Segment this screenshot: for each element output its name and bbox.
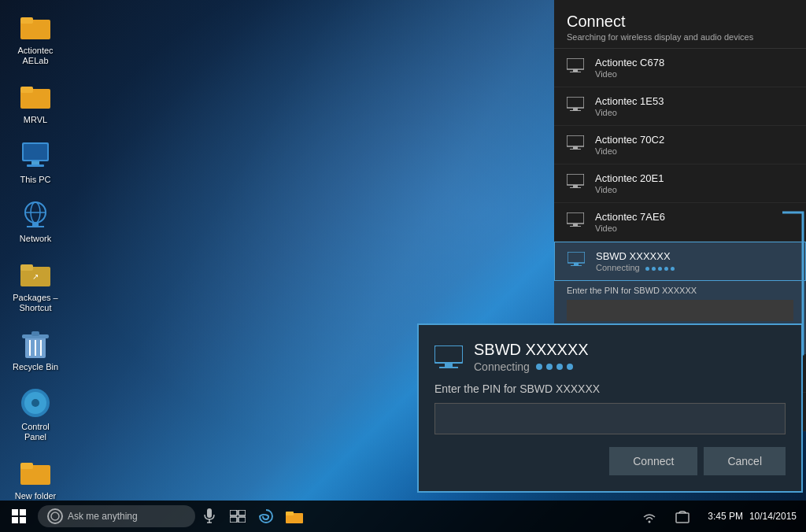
monitor-icon-1e53: [567, 97, 586, 113]
svg-rect-26: [20, 463, 33, 469]
zoomed-dot-2: [546, 364, 553, 370]
desktop: Actiontec AELab MRVL This: [0, 0, 806, 532]
zoomed-buttons: Connect Cancel: [434, 447, 786, 475]
svg-rect-33: [567, 135, 584, 146]
desktop-icon-packages[interactable]: ↗ Packages –Shortcut: [8, 255, 63, 316]
svg-rect-43: [574, 263, 579, 265]
zoomed-device-text: SBWD XXXXXX Connecting: [474, 341, 589, 373]
tray-store-icon[interactable]: [667, 501, 698, 532]
svg-rect-32: [570, 110, 581, 111]
desktop-icon-this-pc[interactable]: This PC: [8, 137, 63, 188]
svg-rect-44: [571, 265, 582, 266]
file-explorer-button[interactable]: [280, 501, 309, 532]
start-button[interactable]: [3, 501, 35, 532]
svg-rect-1: [20, 17, 33, 24]
svg-rect-63: [286, 512, 294, 515]
svg-rect-60: [230, 517, 237, 523]
svg-rect-18: [31, 331, 39, 336]
svg-rect-31: [573, 108, 578, 110]
taskbar-microphone-button[interactable]: [195, 501, 224, 532]
svg-rect-51: [434, 345, 463, 363]
monitor-icon-sbwd: [568, 252, 586, 268]
zoomed-dot-4: [567, 364, 573, 370]
device-info-20e1: Actiontec 20E1 Video: [595, 172, 793, 194]
edge-browser-button[interactable]: [252, 501, 280, 532]
svg-rect-42: [568, 252, 585, 263]
svg-rect-55: [207, 508, 212, 518]
svg-rect-52: [445, 363, 453, 367]
device-item-7ae6[interactable]: Actiontec 7AE6 Video: [554, 203, 806, 242]
network-icon-shape: [20, 199, 51, 231]
cortana-icon: [47, 508, 63, 524]
svg-rect-11: [32, 223, 39, 226]
clock-area[interactable]: 3:45 PM 10/14/2015: [701, 511, 803, 522]
dot2: [652, 267, 656, 271]
system-date: 10/14/2015: [749, 511, 797, 522]
zoomed-dots: [536, 364, 573, 370]
desktop-icon-control-panel[interactable]: Control Panel: [8, 384, 63, 445]
zoomed-connect-button[interactable]: Connect: [609, 447, 697, 475]
svg-rect-37: [573, 185, 578, 187]
svg-rect-58: [230, 510, 237, 515]
device-type-c678: Video: [595, 69, 793, 79]
device-name-7ae6: Actiontec 7AE6: [595, 211, 793, 223]
svg-rect-39: [567, 212, 584, 224]
windows-logo: [12, 509, 26, 523]
dot4: [664, 267, 668, 271]
device-info-sbwd: SBWD XXXXXX Connecting: [596, 250, 793, 272]
device-item-20e1[interactable]: Actiontec 20E1 Video: [554, 164, 806, 203]
device-name-1e53: Actiontec 1E53: [595, 95, 793, 107]
svg-rect-38: [570, 187, 581, 188]
svg-point-54: [51, 512, 59, 520]
svg-rect-53: [439, 367, 458, 368]
device-type-7ae6: Video: [595, 224, 793, 233]
svg-rect-7: [27, 164, 44, 167]
zoomed-device-name: SBWD XXXXXX: [474, 341, 589, 359]
svg-rect-40: [573, 224, 578, 226]
device-info-1e53: Actiontec 1E53 Video: [595, 95, 793, 117]
desktop-icon-mrvl[interactable]: MRVL: [8, 77, 63, 128]
icon-label-mrvl: MRVL: [24, 115, 47, 125]
device-item-70c2[interactable]: Actiontec 70C2 Video: [554, 126, 806, 164]
device-item-sbwd[interactable]: SBWD XXXXXX Connecting: [554, 242, 806, 281]
connect-subtitle: Searching for wireless display and audio…: [567, 32, 793, 42]
device-type-70c2: Video: [595, 146, 793, 156]
desktop-icon-recycle[interactable]: Recycle Bin: [8, 324, 63, 375]
system-time: 3:45 PM: [708, 511, 743, 522]
device-name-c678: Actiontec C678: [595, 57, 793, 68]
zoomed-pin-input[interactable]: [434, 403, 786, 434]
tray-network-icon[interactable]: [634, 501, 665, 532]
desktop-icon-actiontec[interactable]: Actiontec AELab: [8, 8, 63, 69]
dot1: [645, 267, 649, 271]
taskbar-search[interactable]: Ask me anything: [38, 505, 195, 527]
device-item-c678[interactable]: Actiontec C678 Video: [554, 49, 806, 87]
device-item-1e53[interactable]: Actiontec 1E53 Video: [554, 87, 806, 126]
zoomed-pin-label: Enter the PIN for SBWD XXXXXX: [434, 382, 786, 395]
monitor-icon-70c2: [567, 135, 586, 151]
device-type-20e1: Video: [595, 185, 793, 194]
desktop-icon-new-folder[interactable]: New folder: [8, 453, 63, 504]
monitor-icon-c678: [567, 58, 586, 74]
task-view-button[interactable]: [224, 501, 252, 532]
zoomed-dot-1: [536, 364, 542, 370]
dot3: [658, 267, 662, 271]
svg-rect-41: [570, 226, 581, 227]
svg-rect-28: [573, 69, 578, 72]
zoomed-dot-3: [556, 364, 563, 370]
desktop-icon-network[interactable]: Network: [8, 196, 63, 247]
icon-label-recycle: Recycle Bin: [13, 362, 58, 372]
svg-rect-65: [676, 513, 689, 523]
pin-input[interactable]: [567, 300, 793, 321]
zoomed-cancel-button[interactable]: Cancel: [704, 447, 786, 475]
recycle-bin-icon: [20, 327, 51, 359]
folder-icon-mrvl: [20, 80, 51, 112]
zoomed-popup: SBWD XXXXXX Connecting Enter the PIN for…: [417, 323, 803, 493]
svg-rect-59: [238, 510, 246, 515]
icon-label-packages: Packages –Shortcut: [13, 293, 57, 313]
device-info-7ae6: Actiontec 7AE6 Video: [595, 211, 793, 233]
svg-text:↗: ↗: [32, 272, 39, 281]
taskbar-system-tray: 3:45 PM 10/14/2015: [634, 501, 803, 532]
folder-icon-new: [20, 456, 51, 488]
desktop-icons: Actiontec AELab MRVL This: [8, 8, 63, 504]
svg-rect-3: [20, 87, 33, 93]
